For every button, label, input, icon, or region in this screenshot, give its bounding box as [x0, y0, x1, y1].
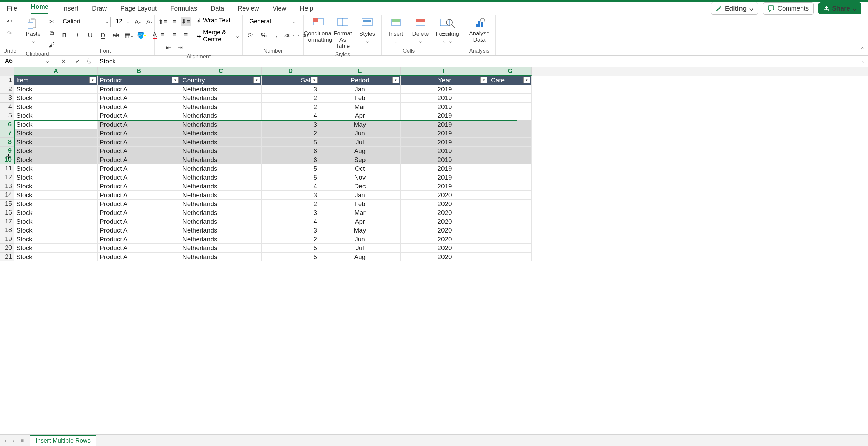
filter-button[interactable]: ▾ — [392, 77, 399, 83]
cell[interactable]: Stock — [14, 191, 98, 200]
cell[interactable]: 2020 — [401, 244, 489, 253]
share-button[interactable]: Share ⌵ — [818, 2, 861, 14]
column-header-D[interactable]: D — [262, 67, 319, 76]
cell[interactable]: 3 — [262, 120, 319, 129]
cell[interactable]: 5 — [262, 253, 319, 261]
percent-button[interactable]: % — [259, 31, 269, 40]
cell[interactable]: 6 — [262, 155, 319, 164]
cell[interactable]: May — [319, 226, 401, 235]
cell[interactable]: Netherlands — [180, 200, 262, 208]
cell[interactable]: Product A — [98, 138, 180, 147]
cell[interactable] — [489, 253, 532, 261]
cell[interactable]: 2020 — [401, 208, 489, 217]
cell[interactable] — [489, 138, 532, 147]
cell[interactable]: Aug — [319, 253, 401, 261]
cell[interactable]: Stock — [14, 155, 98, 164]
cell[interactable]: Netherlands — [180, 120, 262, 129]
cell[interactable]: 5 — [262, 244, 319, 253]
cell[interactable]: Apr — [319, 111, 401, 120]
cell[interactable]: Product A — [98, 129, 180, 138]
cell[interactable]: Stock — [14, 138, 98, 147]
row-header[interactable]: 16 — [0, 208, 14, 217]
fill-color-button[interactable]: 🪣 — [137, 31, 146, 40]
cell[interactable]: Stock — [14, 253, 98, 261]
cell[interactable]: 2019 — [401, 120, 489, 129]
cell[interactable]: Mar — [319, 103, 401, 111]
cell[interactable]: Product A — [98, 200, 180, 208]
cell[interactable] — [489, 164, 532, 173]
italic-button[interactable]: I — [73, 31, 82, 40]
cell[interactable]: 2019 — [401, 138, 489, 147]
cell[interactable]: Product A — [98, 244, 180, 253]
merge-centre-button[interactable]: ⬌ Merge & Centre ⌵ — [197, 29, 239, 43]
menu-tab-data[interactable]: Data — [211, 5, 224, 12]
cancel-formula-button[interactable]: ✕ — [59, 57, 68, 66]
cell[interactable]: Netherlands — [180, 147, 262, 155]
menu-tab-formulas[interactable]: Formulas — [170, 5, 197, 12]
cell[interactable]: Stock — [14, 200, 98, 208]
align-bottom-button[interactable]: ⬇≡ — [181, 17, 191, 26]
cell[interactable]: Stock — [14, 217, 98, 226]
menu-tab-draw[interactable]: Draw — [92, 5, 107, 12]
menu-tab-file[interactable]: File — [7, 5, 17, 12]
cell[interactable]: 4 — [262, 111, 319, 120]
cell[interactable]: Product A — [98, 208, 180, 217]
cell[interactable]: 2019 — [401, 155, 489, 164]
cell[interactable]: Netherlands — [180, 191, 262, 200]
cell[interactable] — [489, 85, 532, 94]
cell[interactable]: 2019 — [401, 182, 489, 191]
comments-button[interactable]: Comments — [763, 2, 814, 15]
row-header[interactable]: 9 — [0, 147, 14, 155]
filter-button[interactable]: ▾ — [311, 77, 318, 83]
increase-font-button[interactable]: A▴ — [133, 17, 142, 27]
comma-button[interactable]: , — [272, 31, 281, 40]
cell[interactable]: Netherlands — [180, 244, 262, 253]
row-header[interactable]: 11 — [0, 164, 14, 173]
cell[interactable]: Product A — [98, 120, 180, 129]
row-header[interactable]: 20 — [0, 244, 14, 253]
cell[interactable]: Netherlands — [180, 164, 262, 173]
cell[interactable]: 2019 — [401, 103, 489, 111]
cell[interactable]: Netherlands — [180, 103, 262, 111]
cell[interactable]: Stock — [14, 208, 98, 217]
cell[interactable]: Product A — [98, 85, 180, 94]
cell[interactable]: Year▾ — [401, 76, 489, 85]
row-header[interactable]: 1 — [0, 76, 14, 85]
column-header-F[interactable]: F — [401, 67, 489, 76]
menu-tab-review[interactable]: Review — [238, 5, 259, 12]
cell[interactable] — [489, 217, 532, 226]
filter-button[interactable]: ▾ — [523, 77, 530, 83]
cell[interactable]: 4 — [262, 182, 319, 191]
cell[interactable]: Oct — [319, 164, 401, 173]
analyse-data-button[interactable]: Analyse Data — [467, 17, 492, 44]
cell[interactable]: Product A — [98, 217, 180, 226]
align-center-button[interactable]: ≡ — [170, 30, 179, 39]
cell[interactable]: Product A — [98, 235, 180, 244]
increase-indent-button[interactable]: ⇥ — [175, 43, 185, 52]
cell[interactable]: 2020 — [401, 253, 489, 261]
cell[interactable]: Item▾ — [14, 76, 98, 85]
menu-tab-help[interactable]: Help — [300, 5, 313, 12]
row-header[interactable]: 7 — [0, 129, 14, 138]
cell[interactable] — [489, 244, 532, 253]
filter-button[interactable]: ▾ — [480, 77, 487, 83]
cell[interactable]: Netherlands — [180, 138, 262, 147]
cell[interactable]: 2020 — [401, 217, 489, 226]
cell[interactable]: 4 — [262, 217, 319, 226]
row-header[interactable]: 17 — [0, 217, 14, 226]
decrease-indent-button[interactable]: ⇤ — [164, 43, 173, 52]
collapse-ribbon-button[interactable]: ⌃ — [860, 46, 865, 53]
font-name-select[interactable]: Calibri — [60, 17, 111, 27]
cell[interactable] — [489, 155, 532, 164]
row-header[interactable]: 14 — [0, 191, 14, 200]
cell[interactable] — [489, 191, 532, 200]
cell[interactable] — [489, 120, 532, 129]
cell[interactable]: Netherlands — [180, 217, 262, 226]
cell[interactable] — [489, 94, 532, 103]
cell[interactable]: Product A — [98, 94, 180, 103]
column-header-C[interactable]: C — [180, 67, 262, 76]
bold-button[interactable]: B — [60, 31, 69, 40]
cell[interactable]: Jan — [319, 85, 401, 94]
cell[interactable]: Country▾ — [180, 76, 262, 85]
cell[interactable]: Stock — [14, 85, 98, 94]
